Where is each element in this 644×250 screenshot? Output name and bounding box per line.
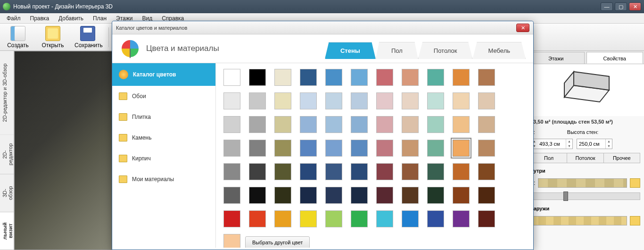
color-swatch[interactable] <box>478 116 495 133</box>
tab-floors[interactable]: Этажи <box>528 52 585 64</box>
color-swatch[interactable] <box>351 69 368 86</box>
height-input[interactable] <box>577 141 605 147</box>
color-swatch[interactable] <box>351 163 368 180</box>
color-swatch[interactable] <box>325 187 342 204</box>
height-spinner[interactable]: ▲▼ <box>577 139 612 149</box>
color-swatch[interactable] <box>300 69 317 86</box>
color-swatch[interactable] <box>427 140 444 157</box>
color-swatch[interactable] <box>249 140 266 157</box>
color-swatch[interactable] <box>223 163 240 180</box>
color-swatch[interactable] <box>274 210 291 227</box>
color-swatch[interactable] <box>325 116 342 133</box>
chevron-down-icon[interactable]: ▼ <box>606 144 612 149</box>
color-swatch[interactable] <box>223 187 240 204</box>
scale-slider[interactable] <box>530 192 640 200</box>
menu-file[interactable]: Файл <box>2 14 25 23</box>
color-swatch[interactable] <box>402 140 419 157</box>
color-swatch[interactable] <box>351 187 368 204</box>
color-swatch[interactable] <box>453 187 470 204</box>
color-swatch[interactable] <box>478 92 495 109</box>
category-item[interactable]: Каталог цветов <box>112 63 215 86</box>
tab-properties[interactable]: Свойства <box>586 52 644 64</box>
save-button[interactable]: Сохранить <box>74 25 102 50</box>
y-input[interactable] <box>537 141 566 147</box>
color-swatch[interactable] <box>300 92 317 109</box>
color-swatch[interactable] <box>274 92 291 109</box>
close-button[interactable]: ✕ <box>629 2 641 11</box>
browse-material-outside-button[interactable] <box>630 216 640 225</box>
color-swatch[interactable] <box>453 69 470 86</box>
slider-handle[interactable] <box>563 192 568 201</box>
color-swatch[interactable] <box>478 187 495 204</box>
color-swatch[interactable] <box>249 210 266 227</box>
y-spinner[interactable]: ▲▼ ▲▼ <box>530 139 573 149</box>
color-swatch[interactable] <box>453 116 470 133</box>
maximize-button[interactable]: ▢ <box>615 2 627 11</box>
color-swatch[interactable] <box>274 187 291 204</box>
category-item[interactable]: Мои материалы <box>112 169 215 190</box>
color-swatch[interactable] <box>376 92 393 109</box>
category-item[interactable]: Камень <box>112 127 215 148</box>
color-swatch[interactable] <box>325 69 342 86</box>
menu-plan[interactable]: План <box>88 14 111 23</box>
color-swatch[interactable] <box>351 116 368 133</box>
color-swatch[interactable] <box>402 116 419 133</box>
color-swatch[interactable] <box>300 140 317 157</box>
color-swatch[interactable] <box>300 163 317 180</box>
color-swatch[interactable] <box>274 140 291 157</box>
color-swatch[interactable] <box>325 210 342 227</box>
color-swatch[interactable] <box>274 69 291 86</box>
category-item[interactable]: Плитка <box>112 107 215 127</box>
color-swatch[interactable] <box>249 187 266 204</box>
color-swatch[interactable] <box>478 140 495 157</box>
color-swatch[interactable] <box>249 69 266 86</box>
subtab-floor[interactable]: Пол <box>531 153 567 163</box>
color-swatch[interactable] <box>351 140 368 157</box>
color-swatch[interactable] <box>274 163 291 180</box>
color-swatch[interactable] <box>325 163 342 180</box>
vtab-2d[interactable]: 2D-редактор <box>0 135 14 175</box>
vtab-2d-3d[interactable]: 2D-редактор и 3D-обзор <box>0 51 14 135</box>
choose-other-color-button[interactable]: Выбрать другой цвет <box>245 236 310 248</box>
subtab-ceiling[interactable]: Потолок <box>567 153 603 163</box>
color-swatch[interactable] <box>453 163 470 180</box>
color-swatch[interactable] <box>223 116 240 133</box>
color-swatch[interactable] <box>376 163 393 180</box>
dialog-close-button[interactable]: ✕ <box>516 24 529 32</box>
vtab-virtual-visit[interactable]: льный визит <box>0 212 14 250</box>
color-swatch[interactable] <box>351 92 368 109</box>
color-swatch[interactable] <box>453 140 470 157</box>
color-swatch[interactable] <box>402 163 419 180</box>
color-swatch[interactable] <box>376 210 393 227</box>
color-swatch[interactable] <box>402 210 419 227</box>
menu-edit[interactable]: Правка <box>25 14 54 23</box>
category-item[interactable]: Обои <box>112 86 215 107</box>
color-swatch[interactable] <box>376 69 393 86</box>
vtab-3d[interactable]: 3D-обзор <box>0 175 14 212</box>
color-swatch[interactable] <box>249 92 266 109</box>
color-swatch[interactable] <box>223 92 240 109</box>
color-swatch[interactable] <box>223 210 240 227</box>
color-swatch[interactable] <box>300 116 317 133</box>
color-swatch[interactable] <box>402 187 419 204</box>
color-swatch[interactable] <box>300 210 317 227</box>
color-swatch[interactable] <box>402 69 419 86</box>
color-swatch[interactable] <box>402 92 419 109</box>
dtab-ceiling[interactable]: Потолок <box>418 42 473 59</box>
browse-material-button[interactable] <box>630 178 640 188</box>
color-swatch[interactable] <box>478 69 495 86</box>
color-swatch[interactable] <box>351 210 368 227</box>
color-swatch[interactable] <box>376 140 393 157</box>
dialog-titlebar[interactable]: Каталог цветов и материалов ✕ <box>112 21 533 34</box>
subtab-other[interactable]: Прочее <box>604 153 640 163</box>
color-swatch[interactable] <box>249 116 266 133</box>
color-swatch[interactable] <box>325 140 342 157</box>
color-swatch[interactable] <box>300 187 317 204</box>
color-swatch[interactable] <box>427 116 444 133</box>
color-swatch[interactable] <box>427 187 444 204</box>
color-swatch[interactable] <box>427 210 444 227</box>
dtab-furniture[interactable]: Мебель <box>472 42 526 59</box>
dtab-floor[interactable]: Пол <box>376 42 418 59</box>
dtab-walls[interactable]: Стены <box>325 42 376 59</box>
color-swatch[interactable] <box>427 163 444 180</box>
